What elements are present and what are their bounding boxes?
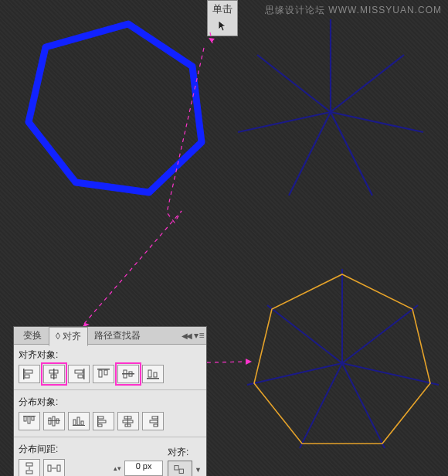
svg-rect-51 (98, 424, 102, 427)
svg-line-3 (331, 112, 423, 132)
highlight-box-vcenter (115, 362, 141, 386)
panel-collapse-icon[interactable]: ◀◀ (182, 332, 191, 340)
svg-rect-45 (73, 420, 76, 425)
align-right-button[interactable] (68, 365, 90, 383)
label-align-to: 对齐: (168, 442, 202, 461)
tab-pathfinder[interactable]: 路径查找器 (88, 327, 148, 345)
tab-transform[interactable]: 变换 (17, 327, 49, 345)
svg-rect-27 (78, 375, 83, 378)
svg-rect-60 (158, 416, 158, 427)
svg-rect-25 (83, 369, 85, 379)
dist-vspace-button[interactable] (19, 459, 40, 476)
svg-line-7 (257, 55, 331, 112)
align-to-selection-button[interactable] (168, 461, 192, 476)
svg-marker-18 (246, 359, 252, 365)
svg-rect-47 (81, 421, 83, 425)
svg-rect-68 (179, 469, 183, 473)
row-align-objects (14, 363, 206, 388)
inner-star-lines (247, 269, 439, 448)
svg-rect-46 (77, 417, 80, 425)
svg-rect-65 (57, 465, 60, 471)
align-left-button[interactable] (19, 365, 40, 383)
svg-line-13 (247, 363, 342, 385)
svg-rect-49 (98, 416, 104, 419)
svg-line-2 (331, 55, 404, 112)
label-distribute-objects: 分布对象: (14, 392, 206, 410)
svg-rect-40 (23, 416, 36, 416)
svg-line-4 (331, 112, 372, 196)
svg-rect-44 (48, 420, 60, 421)
svg-line-12 (300, 363, 342, 448)
heptagon-shape (29, 24, 202, 192)
dist-vcenter-button[interactable] (43, 412, 65, 430)
svg-rect-28 (97, 369, 110, 370)
align-vcenter-button[interactable] (117, 365, 139, 383)
annotation-lines (68, 32, 252, 365)
align-to-dropdown[interactable]: ▼ (168, 461, 202, 476)
svg-line-10 (342, 363, 439, 385)
align-bottom-button[interactable] (142, 365, 164, 383)
svg-rect-36 (154, 372, 157, 377)
dist-top-button[interactable] (19, 412, 40, 430)
dist-hspace-button[interactable] (43, 459, 65, 476)
row-distribute-spacing: ▴▾ 0 px (14, 457, 168, 476)
svg-rect-57 (152, 416, 158, 419)
svg-rect-35 (148, 370, 151, 377)
highlight-box-hcenter (41, 362, 67, 386)
star-lines (238, 19, 423, 196)
dist-left-button[interactable] (93, 412, 114, 430)
svg-rect-58 (150, 420, 158, 423)
svg-rect-67 (175, 466, 178, 470)
svg-rect-56 (127, 416, 128, 427)
svg-rect-50 (98, 420, 106, 423)
label-distribute-spacing: 分布间距: (14, 439, 168, 457)
combined-star-heptagon (247, 269, 439, 448)
dist-hcenter-button[interactable] (117, 412, 139, 430)
svg-rect-52 (97, 416, 98, 427)
svg-rect-48 (73, 425, 85, 426)
svg-line-5 (289, 112, 331, 196)
align-panel: 变换 ◊ 对齐 路径查找器 ◀◀ ▾≡ 对齐对象: 分布对象: 分布间距: (13, 326, 207, 476)
row-distribute-objects (14, 410, 206, 435)
svg-rect-29 (99, 370, 102, 377)
svg-rect-64 (48, 465, 51, 471)
tab-align[interactable]: ◊ 对齐 (49, 327, 88, 346)
svg-line-14 (267, 305, 342, 363)
svg-rect-19 (23, 369, 25, 379)
label-align-objects: 对齐对象: (14, 345, 206, 363)
svg-line-11 (342, 363, 385, 448)
svg-rect-39 (32, 416, 34, 420)
svg-rect-21 (25, 375, 29, 378)
svg-rect-59 (154, 424, 158, 427)
panel-tabbar: 变换 ◊ 对齐 路径查找器 ◀◀ ▾≡ (14, 327, 206, 345)
svg-rect-20 (25, 370, 32, 373)
dist-bottom-button[interactable] (68, 412, 90, 430)
svg-marker-15 (209, 38, 215, 42)
svg-line-6 (238, 112, 331, 132)
panel-menu-icon[interactable]: ▾≡ (192, 330, 206, 341)
align-to-caret-icon[interactable]: ▼ (195, 466, 202, 474)
svg-rect-62 (26, 471, 32, 474)
svg-rect-34 (147, 378, 159, 379)
svg-line-9 (342, 305, 418, 363)
spacing-value-input[interactable]: 0 px (124, 461, 163, 476)
dist-right-button[interactable] (142, 412, 164, 430)
svg-rect-37 (24, 416, 26, 421)
svg-rect-26 (75, 370, 83, 373)
svg-rect-30 (104, 370, 107, 375)
align-top-button[interactable] (93, 365, 114, 383)
svg-rect-61 (26, 463, 32, 466)
spacing-stepper-icon[interactable]: ▴▾ (114, 464, 121, 472)
svg-rect-38 (28, 416, 30, 423)
align-hcenter-button[interactable] (43, 365, 65, 383)
